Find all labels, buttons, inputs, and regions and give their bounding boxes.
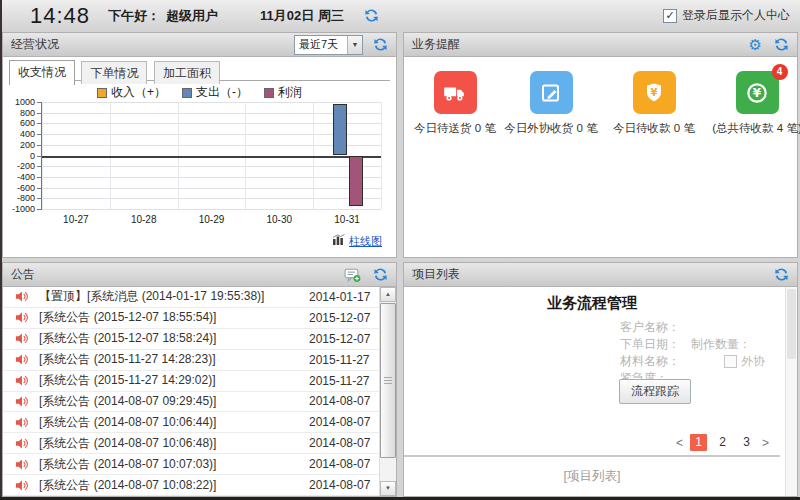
chart-legend: 收入（+）支出（-）利润 (3, 84, 396, 101)
chart-x-label: 10-28 (110, 214, 178, 225)
chart-bar-利润 (349, 156, 363, 207)
pagination-page-2[interactable]: 2 (714, 434, 731, 451)
legend-swatch (182, 88, 192, 98)
announcement-date: 2015-11-27 (309, 353, 379, 367)
process-track-button[interactable]: 流程跟踪 (619, 379, 691, 404)
announcement-row[interactable]: [系统公告 (2014-08-07 10:06:48)] 2014-08-07 (3, 433, 379, 454)
refresh-icon[interactable] (373, 37, 388, 52)
business-status-header: 经营状况 最近7天 ▼ (3, 33, 396, 57)
chart-y-tick (37, 209, 42, 210)
announcement-text: [系统公告 (2014-08-07 10:06:44)] (39, 414, 309, 431)
chart-bar-支出（-） (333, 104, 347, 155)
announcement-row[interactable]: [系统公告 (2015-11-27 14:28:23)] 2015-11-27 (3, 350, 379, 371)
announcement-row[interactable]: [系统公告 (2014-08-07 09:29:45)] 2014-08-07 (3, 392, 379, 413)
gear-icon[interactable]: ⚙ (749, 37, 762, 52)
announcement-list: 【置顶】[系统消息 (2014-01-17 19:55:38)] 2014-01… (3, 287, 379, 496)
add-message-icon[interactable] (344, 267, 361, 283)
reminders-panel: 业务提醒 ⚙ 今日待送货 0 笔 (403, 32, 798, 258)
tab-processing-area[interactable]: 加工面积 (154, 61, 220, 84)
pagination-next[interactable]: > (762, 436, 769, 450)
projects-scrollbar[interactable] (785, 287, 797, 496)
outsource-checkbox[interactable] (724, 355, 737, 368)
chart-gridline (42, 134, 381, 135)
announcement-date: 2014-08-07 (309, 436, 379, 450)
announcements-scrollbar[interactable]: ▲ ▼ (379, 287, 396, 496)
announcement-row[interactable]: 【置顶】[系统消息 (2014-01-17 19:55:38)] 2014-01… (3, 287, 379, 308)
chart-y-label: -200 (17, 161, 35, 171)
scrollbar-thumb[interactable] (787, 289, 796, 359)
announcement-text: [系统公告 (2014-08-07 10:08:22)] (39, 477, 309, 494)
projects-header: 项目列表 (404, 263, 797, 287)
greeting: 下午好： (108, 7, 160, 25)
announcement-text: [系统公告 (2014-08-07 10:06:48)] (39, 435, 309, 452)
personal-center-checkbox[interactable]: ✓ (663, 9, 677, 23)
chart-y-label: -1000 (12, 204, 35, 214)
chart-y-label: 600 (20, 118, 35, 128)
announcement-row[interactable]: [系统公告 (2015-12-07 18:58:24)] 2015-12-07 (3, 329, 379, 350)
chart-x-label: 10-31 (313, 214, 381, 225)
speaker-icon (15, 290, 29, 303)
speaker-icon (15, 437, 29, 450)
reminder-collect-today[interactable]: ¥ 今日待收款 0 笔 (605, 71, 703, 136)
chart-x-label: 10-30 (245, 214, 313, 225)
pagination: < 1 2 3 > (676, 434, 769, 451)
tab-income-expense[interactable]: 收支情况 (9, 60, 75, 85)
refresh-icon[interactable] (373, 267, 388, 282)
customer-name-label: 客户名称： (620, 319, 680, 336)
announcement-row[interactable]: [系统公告 (2014-08-07 10:06:44)] 2014-08-07 (3, 412, 379, 433)
shield-yuan-icon: ¥ (633, 71, 676, 114)
business-status-title: 经营状况 (11, 36, 59, 53)
speaker-icon (15, 374, 29, 387)
business-status-panel: 经营状况 最近7天 ▼ 收支情况 下单情况 加工面积 收入（+）支出（-）利润 … (2, 32, 397, 258)
chart-gridline (42, 188, 381, 189)
announcement-date: 2014-08-07 (309, 415, 379, 429)
refresh-icon[interactable] (364, 8, 379, 23)
reminder-outsource-receipt[interactable]: 今日外协收货 0 笔 (502, 71, 600, 136)
range-select[interactable]: 最近7天 ▼ (294, 35, 363, 55)
scrollbar-thumb[interactable] (380, 303, 396, 458)
bar-line-chart-link[interactable]: 柱线图 (349, 234, 382, 249)
announcement-date: 2015-12-07 (309, 311, 379, 325)
reminder-collect-total[interactable]: ¥ 4 (总共待收款 4 笔) (708, 71, 800, 136)
refresh-icon[interactable] (774, 37, 789, 52)
reminder-badge: 4 (772, 64, 788, 80)
chart-vline (381, 102, 382, 209)
announcements-panel: 公告 【置顶】[系统消息 (2014-01-17 19:55:38 (2, 262, 397, 497)
reminder-label: 今日待送货 0 笔 (414, 121, 496, 136)
current-date: 11月02日 周三 (260, 7, 344, 25)
announcement-row[interactable]: [系统公告 (2014-08-07 10:07:03)] 2014-08-07 (3, 454, 379, 475)
legend-item: 利润 (264, 84, 302, 101)
pagination-page-3[interactable]: 3 (738, 434, 755, 451)
announcement-text: [系统公告 (2014-08-07 09:29:45)] (39, 393, 309, 410)
announcement-text: [系统公告 (2015-11-27 14:29:02)] (39, 372, 309, 389)
personal-center-label: 登录后显示个人中心 (682, 7, 790, 24)
refresh-icon[interactable] (774, 267, 789, 282)
announcement-date: 2014-08-07 (309, 478, 379, 492)
speaker-icon (15, 311, 29, 324)
chart-gridline (42, 198, 381, 199)
announcement-row[interactable]: [系统公告 (2015-12-07 18:55:54)] 2015-12-07 (3, 308, 379, 329)
pagination-page-1[interactable]: 1 (690, 434, 707, 451)
chart-x-label: 10-27 (42, 214, 110, 225)
income-expense-chart: 10008006004002000-200-400-600-800-100010… (41, 102, 381, 209)
announcements-header: 公告 (3, 263, 396, 287)
scroll-up-icon[interactable]: ▲ (380, 287, 396, 302)
tab-orders[interactable]: 下单情况 (81, 61, 147, 84)
edit-icon (530, 71, 573, 114)
announcement-row[interactable]: [系统公告 (2015-11-27 14:29:02)] 2015-11-27 (3, 371, 379, 392)
pagination-prev[interactable]: < (676, 436, 683, 450)
announcement-date: 2014-08-07 (309, 394, 379, 408)
chart-y-label: -800 (17, 193, 35, 203)
projects-body: 业务流程管理 客户名称： 下单日期： 制作数量： 材料名称： 外协 紧急度： 流… (404, 287, 797, 496)
speaker-icon (15, 353, 29, 366)
chart-gridline (42, 177, 381, 178)
chart-gridline (42, 102, 381, 103)
reminder-delivery[interactable]: 今日待送货 0 笔 (406, 71, 504, 136)
scroll-down-icon[interactable]: ▼ (380, 481, 396, 496)
speaker-icon (15, 479, 29, 492)
chart-y-label: 1000 (15, 97, 35, 107)
legend-label: 利润 (278, 84, 302, 101)
chart-gridline (42, 113, 381, 114)
speaker-icon (15, 395, 29, 408)
announcement-row[interactable]: [系统公告 (2014-08-07 10:08:22)] 2014-08-07 (3, 475, 379, 496)
